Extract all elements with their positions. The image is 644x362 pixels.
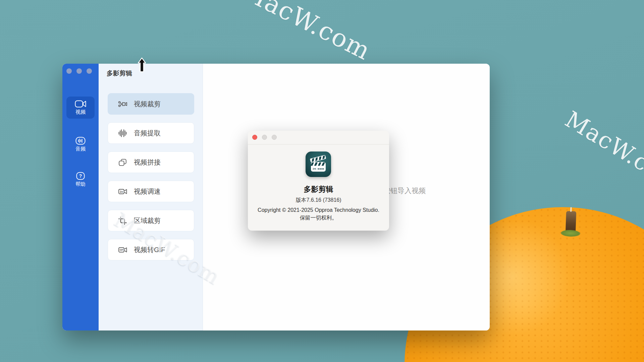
help-icon: ? [75,172,86,180]
gif-icon: GIF [118,245,127,254]
dialog-version: 版本7.6.16 (73816) [248,197,389,204]
menu-item-video-to-gif[interactable]: GIF 视频转GIF [108,239,194,260]
menu-item-video-merge[interactable]: 视频拼接 [108,152,194,173]
svg-text:?: ? [79,173,82,179]
import-hint-text: 按钮导入视频 [383,186,426,195]
menu-item-video-speed[interactable]: 2x 视频调速 [108,181,194,202]
sidebar-item-audio[interactable]: 音频 [66,133,95,156]
sidebar: 视频 音频 ? 帮助 [62,64,99,330]
dialog-rights: 保留一切权利。 [248,215,389,222]
watermark-right: MacW.com [560,106,644,195]
page-title: 多影剪辑 [107,69,132,78]
about-dialog: ✂ 多影剪辑 版本7.6.16 (73816) Copyright © 2021… [248,131,389,231]
sidebar-item-label: 视频 [75,109,86,115]
dialog-copyright: Copyright © 2021-2025 Opproa Technology … [248,207,389,213]
sidebar-item-video[interactable]: 视频 [66,97,95,119]
dialog-minimize-button-disabled [262,135,267,140]
window-controls [66,68,92,74]
dialog-window-controls [252,135,277,140]
menu-item-label: 视频调速 [134,187,161,196]
menu-item-label: 音频提取 [134,129,161,138]
video-speed-icon: 2x [118,187,127,196]
audio-wave-icon [75,137,86,145]
menu-item-label: 视频拼接 [134,158,161,167]
crop-icon [118,216,127,225]
dialog-titlebar[interactable] [248,131,389,144]
sidebar-item-help[interactable]: ? 帮助 [66,169,95,191]
dialog-close-button[interactable] [252,135,257,140]
svg-text:✂: ✂ [313,166,317,172]
dialog-app-name: 多影剪辑 [248,184,389,194]
dialog-zoom-button-disabled [272,135,277,140]
svg-text:GIF: GIF [119,249,123,251]
window-zoom-button[interactable] [87,68,92,74]
sidebar-item-label: 音频 [75,146,86,152]
menu-item-label: 视频裁剪 [134,100,161,109]
menu-item-video-trim[interactable]: 视频裁剪 [108,93,194,115]
watermark-top: MacW.com [237,0,375,65]
window-close-button[interactable] [66,68,72,74]
video-trim-icon [118,100,127,109]
tool-menu-panel: 多影剪辑 视频裁剪 [99,64,203,330]
orange-stem [566,211,576,234]
menu-item-region-crop[interactable]: 区域裁剪 [108,210,194,231]
audio-extract-icon [118,129,127,138]
svg-text:2x: 2x [120,190,123,193]
menu-item-label: 视频转GIF [134,245,165,254]
video-camera-icon [75,100,86,108]
menu-item-audio-extract[interactable]: 音频提取 [108,122,194,144]
menu-item-label: 区域裁剪 [134,216,161,225]
video-merge-icon [118,158,127,167]
sidebar-item-label: 帮助 [75,181,86,187]
window-minimize-button[interactable] [76,68,82,74]
app-icon: ✂ [306,152,331,177]
